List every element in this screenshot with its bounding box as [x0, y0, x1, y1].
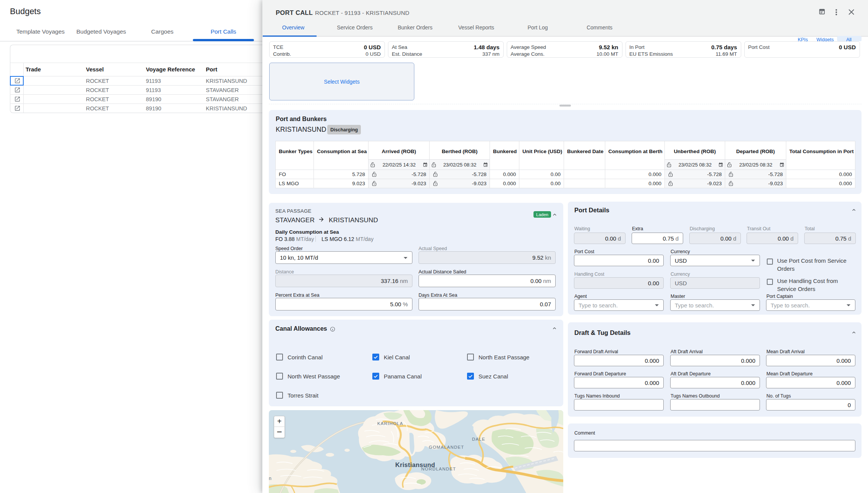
svg-text:KARIHOLA: KARIHOLA [377, 421, 403, 426]
svg-text:GOMALANDET: GOMALANDET [429, 445, 464, 449]
svg-text:NORDLANDET: NORDLANDET [421, 467, 456, 471]
svg-text:n: n [269, 476, 272, 481]
svg-text:DALE: DALE [472, 437, 485, 441]
